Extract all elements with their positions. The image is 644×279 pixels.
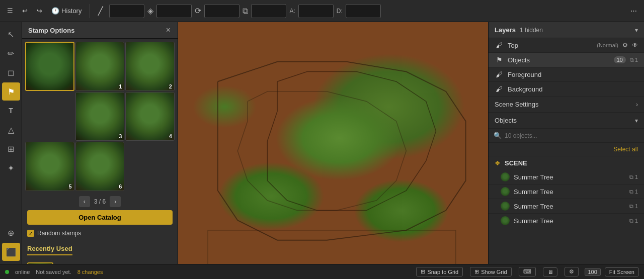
object-item-3[interactable]: Summer Tree ⧉ 1 <box>489 214 644 228</box>
stamp-thumb-4[interactable]: 4 <box>125 92 175 141</box>
undo-icon: ↩ <box>22 7 28 15</box>
select-all-button[interactable]: Select all <box>613 146 638 153</box>
zoom-tool-button[interactable]: ⊕ <box>2 224 20 242</box>
layer-top-icon: 🖌 <box>495 41 504 49</box>
text-tool-button[interactable]: T <box>2 102 20 120</box>
recently-used-section: Recently Used <box>22 241 178 264</box>
shape-tool-button[interactable]: △ <box>2 121 20 139</box>
stamp-thumb-2[interactable]: 2 <box>125 42 175 91</box>
stamp-prev-button[interactable]: ‹ <box>79 196 90 207</box>
stamp-thumb-3[interactable]: 3 <box>75 92 125 141</box>
brush-mode-button[interactable]: ╱ <box>95 4 106 18</box>
stamp-label-1: 1 <box>119 83 122 89</box>
stamp-thumb-5[interactable]: 5 <box>25 142 74 191</box>
history-icon: 🕐 <box>51 7 59 15</box>
stamp-label-5: 5 <box>69 183 72 190</box>
fit-screen-button[interactable]: Fit Screen <box>605 267 639 276</box>
fill-input[interactable]: 1 <box>156 4 192 18</box>
online-status-dot <box>5 270 9 274</box>
layer-foreground[interactable]: 🖌 Foreground <box>489 67 644 82</box>
sync-input[interactable]: 347 <box>204 4 239 18</box>
stamp-panel-header: Stamp Options × <box>22 22 178 39</box>
stamp-panel-close-button[interactable]: × <box>165 26 172 34</box>
stamp-navigation: ‹ 3 / 6 › <box>22 194 178 210</box>
layer-objects-name: Objects <box>508 56 610 64</box>
objects-header[interactable]: Objects ▾ <box>489 113 644 129</box>
overflow-menu-button[interactable]: ⋯ <box>627 5 640 17</box>
object-layers-3: ⧉ 1 <box>629 218 638 224</box>
scene-section-title: SCENE <box>505 159 527 167</box>
density-input[interactable]: 100 <box>346 4 381 18</box>
density-label: D: <box>337 8 343 15</box>
stamp-page-indicator: 3 / 6 <box>94 198 106 205</box>
layer-objects-visibility: ⧉ 1 <box>630 57 638 63</box>
right-panel: Layers 1 hidden ▾ 🖌 Top (Normal) ⚙ 👁 ⚑ O… <box>488 22 644 264</box>
scene-icon: ❖ <box>495 159 501 167</box>
brush-size-input[interactable]: 100 <box>109 4 144 18</box>
random-stamps-checkbox[interactable]: ✓ <box>27 230 34 237</box>
redo-button[interactable]: ↪ <box>34 5 45 17</box>
layers-chevron-icon: ▾ <box>635 27 638 34</box>
stamp-panel-title: Stamp Options <box>28 27 74 34</box>
object-item-2[interactable]: Summer Tree ⧉ 1 <box>489 199 644 214</box>
layer-visibility-count: 1 <box>635 57 638 63</box>
overflow-icon: ⋯ <box>630 7 637 15</box>
object-item-0[interactable]: Summer Tree ⧉ 1 <box>489 170 644 184</box>
keyboard-button[interactable]: ⌨ <box>519 267 536 276</box>
changes-link[interactable]: 8 changes <box>77 269 103 275</box>
fog-tool-button[interactable]: ⬛ <box>2 243 20 261</box>
stamp-next-button[interactable]: › <box>110 196 121 207</box>
stamp-thumb-6[interactable]: 6 <box>75 142 125 191</box>
objects-search-bar: 🔍 <box>489 129 644 143</box>
main-toolbar: ☰ ↩ ↪ 🕐 History ╱ 100 ◈ 1 ⟳ 347 ⧉ 1 A: 0… <box>0 0 644 22</box>
fx-tool-button[interactable]: ✦ <box>2 159 20 177</box>
layers-header[interactable]: Layers 1 hidden ▾ <box>489 22 644 38</box>
paint-tool-button[interactable]: ✏ <box>2 44 20 62</box>
map-area[interactable] <box>178 22 488 264</box>
object-layers-1: ⧉ 1 <box>629 189 638 195</box>
snap-to-grid-button[interactable]: ⊞ Snap to Grid <box>416 267 463 276</box>
scene-settings-label: Scene Settings <box>495 101 636 108</box>
objects-search-input[interactable] <box>505 132 639 139</box>
object-name-1: Summer Tree <box>514 188 625 196</box>
stamp-label-4: 4 <box>169 133 172 139</box>
snap-to-grid-label: Snap to Grid <box>427 269 458 275</box>
objects-chevron-icon: ▾ <box>635 117 638 124</box>
show-grid-button[interactable]: ⊞ Show Grid <box>470 267 511 276</box>
show-grid-label: Show Grid <box>481 269 507 275</box>
alpha-input[interactable]: 0 <box>298 4 334 18</box>
stamp-thumb-1[interactable]: 1 <box>75 42 125 91</box>
object-name-3: Summer Tree <box>514 217 625 225</box>
layers-input[interactable]: 1 <box>251 4 286 18</box>
history-button[interactable]: 🕐 History <box>48 5 85 17</box>
open-catalog-button[interactable]: Open Catalog <box>27 210 173 225</box>
object-item-1[interactable]: Summer Tree ⧉ 1 <box>489 184 644 199</box>
recently-used-title: Recently Used <box>27 245 72 255</box>
layer-top-eye-icon[interactable]: 👁 <box>632 42 638 49</box>
monitor-button[interactable]: 🖥 <box>543 267 557 276</box>
token-tool-button[interactable]: ⊞ <box>2 140 20 158</box>
object-tree-icon-1 <box>501 187 510 196</box>
layer-foreground-icon: 🖌 <box>495 70 504 78</box>
objects-section-label: Objects <box>495 117 635 124</box>
fill-icon: ◈ <box>147 6 153 16</box>
menu-button[interactable]: ☰ <box>4 5 16 17</box>
scene-settings-row[interactable]: Scene Settings › <box>489 97 644 113</box>
history-label: History <box>61 7 82 15</box>
stamp-label-6: 6 <box>119 183 122 190</box>
object-name-2: Summer Tree <box>514 203 625 210</box>
layer-background[interactable]: 🖌 Background <box>489 82 644 97</box>
layer-top-gear-icon[interactable]: ⚙ <box>622 42 628 49</box>
object-layers-2: ⧉ 1 <box>629 203 638 210</box>
stamp-thumb-large[interactable] <box>25 42 74 91</box>
eraser-tool-button[interactable]: ◻ <box>2 63 20 81</box>
undo-button[interactable]: ↩ <box>19 5 31 17</box>
monitor-icon: 🖥 <box>547 269 553 275</box>
stamp-tool-button[interactable]: ⚑ <box>2 82 20 101</box>
settings-bottom-button[interactable]: ⚙ <box>565 267 579 276</box>
keyboard-icon: ⌨ <box>523 268 531 275</box>
layer-objects[interactable]: ⚑ Objects 10 ⧉ 1 <box>489 53 644 67</box>
layer-top[interactable]: 🖌 Top (Normal) ⚙ 👁 <box>489 38 644 53</box>
bottom-right-controls: 100 Fit Screen <box>585 267 639 276</box>
select-tool-button[interactable]: ↖ <box>2 25 20 43</box>
